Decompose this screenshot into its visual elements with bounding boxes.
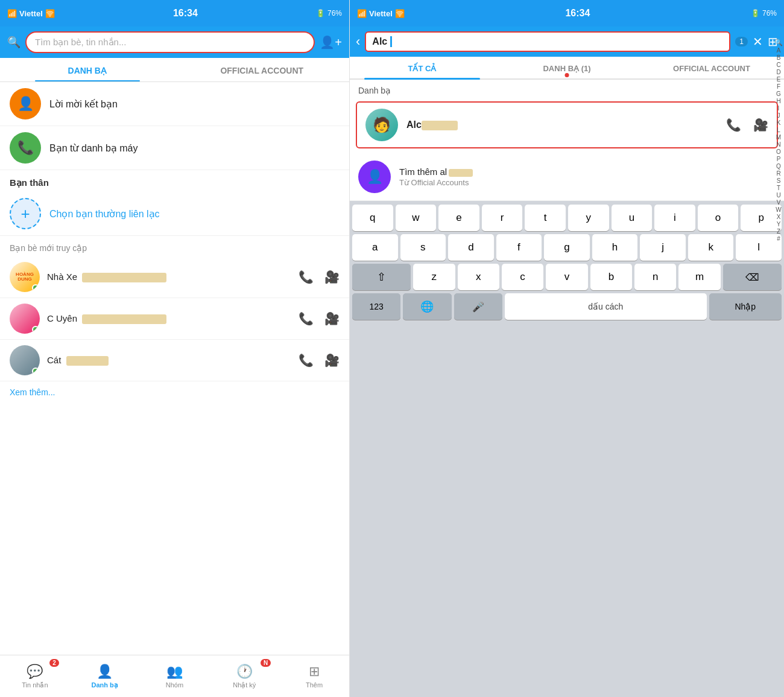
carrier-left: 📶 Viettel 🛜 (7, 9, 55, 18)
nav-danh-ba[interactable]: 👤 Danh bạ (70, 655, 140, 697)
tabs-left: DANH BẠ OFFICIAL ACCOUNT (0, 58, 349, 82)
key-n[interactable]: n (634, 264, 676, 290)
tab-danh-ba[interactable]: DANH BẠ (0, 58, 175, 81)
key-enter[interactable]: Nhập (709, 293, 782, 320)
add-favorite-avatar: + (10, 198, 41, 229)
search-input-right[interactable]: Alc (365, 31, 730, 52)
key-l[interactable]: l (736, 234, 782, 261)
key-g[interactable]: g (544, 234, 590, 261)
result-name: Alc (406, 119, 726, 130)
key-f[interactable]: f (496, 234, 542, 261)
key-v[interactable]: v (546, 264, 587, 290)
key-123[interactable]: 123 (352, 293, 400, 320)
key-q[interactable]: q (352, 205, 393, 231)
invite-avatar: 👤 (10, 88, 41, 119)
key-s[interactable]: s (400, 234, 446, 261)
battery-right: 🔋 76% (751, 9, 777, 18)
key-h[interactable]: h (592, 234, 638, 261)
add-favorite-label: Chọn bạn thường liên lạc (49, 208, 160, 220)
key-a[interactable]: a (352, 234, 398, 261)
tab-danh-ba-right[interactable]: DANH BẠ (1) (495, 57, 639, 78)
find-more-subtitle: Từ Official Accounts (399, 178, 473, 187)
results-label: Danh bạ (350, 80, 784, 99)
key-x[interactable]: x (458, 264, 499, 290)
back-button[interactable]: ‹ (356, 34, 360, 49)
contact-c-uyen[interactable]: C Uyên 📞 🎥 (0, 298, 349, 340)
video-icon-nha-xe[interactable]: 🎥 (324, 270, 340, 284)
key-m[interactable]: m (678, 264, 720, 290)
key-shift[interactable]: ⇧ (352, 264, 411, 290)
key-delete[interactable]: ⌫ (723, 264, 782, 290)
tin-nhan-label: Tin nhắn (22, 681, 48, 689)
key-w[interactable]: w (396, 205, 437, 231)
find-more-row[interactable]: 👤 Tìm thêm al Từ Official Accounts (350, 153, 784, 201)
call-icon-result[interactable]: 📞 (726, 118, 741, 132)
them-label: Thêm (306, 681, 323, 689)
key-k[interactable]: k (688, 234, 734, 261)
call-icon-cat[interactable]: 📞 (299, 353, 314, 368)
contact-info-cat: Cát (47, 355, 299, 366)
keyboard-row-4: 123 🌐 🎤 dấu cách Nhập (352, 293, 782, 320)
search-icon-index[interactable]: 🔍 (774, 39, 783, 46)
nhom-icon: 👥 (166, 664, 183, 679)
result-contact-row[interactable]: 🧑 Alc 📞 🎥 (356, 101, 778, 148)
nav-nhat-ky[interactable]: N 🕐 Nhật ký (209, 655, 279, 697)
key-u[interactable]: u (612, 205, 653, 231)
nhat-ky-label: Nhật ký (233, 681, 256, 689)
battery-left: 🔋 76% (316, 9, 342, 18)
key-d[interactable]: d (448, 234, 494, 261)
keyboard-row-3: ⇧ z x c v b n m ⌫ (352, 264, 782, 290)
left-panel: 📶 Viettel 🛜 16:34 🔋 76% 🔍 Tìm bạn bè, ti… (0, 0, 350, 697)
keyboard-row-2: a s d f g h j k l (352, 234, 782, 261)
avatar-nha-xe: HOÀNG DUNG (10, 262, 40, 292)
tin-nhan-icon: 💬 (27, 664, 43, 679)
add-favorite-item[interactable]: + Chọn bạn thường liên lạc (0, 192, 349, 236)
nhom-label: Nhóm (166, 681, 183, 689)
nav-nhom[interactable]: 👥 Nhóm (140, 655, 210, 697)
phonebook-item[interactable]: 📞 Bạn từ danh bạ máy (0, 126, 349, 170)
call-icon-uyen[interactable]: 📞 (299, 311, 314, 326)
key-y[interactable]: y (568, 205, 609, 231)
key-t[interactable]: t (525, 205, 566, 231)
contacts-list: 👤 Lời mời kết bạn 📞 Bạn từ danh bạ máy B… (0, 82, 349, 655)
invite-item[interactable]: 👤 Lời mời kết bạn (0, 82, 349, 126)
contact-info-nha-xe: Nhà Xe (47, 272, 299, 282)
bottom-nav: 2 💬 Tin nhắn 👤 Danh bạ 👥 Nhóm N 🕐 Nhật k… (0, 655, 349, 697)
key-globe[interactable]: 🌐 (403, 293, 451, 320)
key-z[interactable]: z (413, 264, 455, 290)
tin-nhan-badge: 2 (49, 659, 59, 667)
key-j[interactable]: j (640, 234, 686, 261)
nav-tin-nhan[interactable]: 2 💬 Tin nhắn (0, 655, 70, 697)
close-search-button[interactable]: ✕ (753, 34, 763, 49)
results-section: Danh bạ 🧑 Alc 📞 🎥 👤 (350, 80, 784, 201)
add-friend-icon[interactable]: 👤+ (320, 35, 342, 49)
call-icon-nha-xe[interactable]: 📞 (299, 270, 314, 284)
keyboard-row-1: q w e r t y u i o p (352, 205, 782, 231)
them-icon: ⊞ (309, 664, 320, 679)
contact-icons-nha-xe: 📞 🎥 (299, 270, 340, 284)
search-input[interactable]: Tìm bạn bè, tin nhắn... (25, 31, 315, 53)
key-space[interactable]: dấu cách (505, 293, 707, 320)
alpha-index: 🔍 A B C D E F G H I J K L M N O P Q R S (773, 80, 784, 201)
see-more-link[interactable]: Xem thêm... (0, 381, 349, 403)
nav-them[interactable]: ⊞ Thêm (279, 655, 349, 697)
contact-nha-xe[interactable]: HOÀNG DUNG Nhà Xe 📞 🎥 (0, 256, 349, 298)
video-icon-uyen[interactable]: 🎥 (324, 311, 340, 326)
key-b[interactable]: b (590, 264, 632, 290)
key-i[interactable]: i (654, 205, 695, 231)
key-mic[interactable]: 🎤 (454, 293, 502, 320)
key-r[interactable]: r (482, 205, 523, 231)
contact-cat[interactable]: Cát 📞 🎥 (0, 340, 349, 381)
search-icon[interactable]: 🔍 (7, 36, 21, 49)
key-e[interactable]: e (438, 205, 479, 231)
video-icon-result[interactable]: 🎥 (753, 118, 768, 132)
danh-ba-icon: 👤 (96, 664, 113, 679)
contact-icons-uyen: 📞 🎥 (299, 311, 340, 326)
tab-official-account-left[interactable]: OFFICIAL ACCOUNT (175, 58, 350, 81)
video-icon-cat[interactable]: 🎥 (324, 353, 340, 368)
tab-official-account-right[interactable]: OFFICIAL ACCOUNT (639, 57, 784, 78)
tab-tat-ca[interactable]: TẤT CẢ (350, 57, 495, 78)
key-o[interactable]: o (698, 205, 739, 231)
key-c[interactable]: c (502, 264, 543, 290)
nhat-ky-icon: 🕐 (236, 664, 253, 679)
